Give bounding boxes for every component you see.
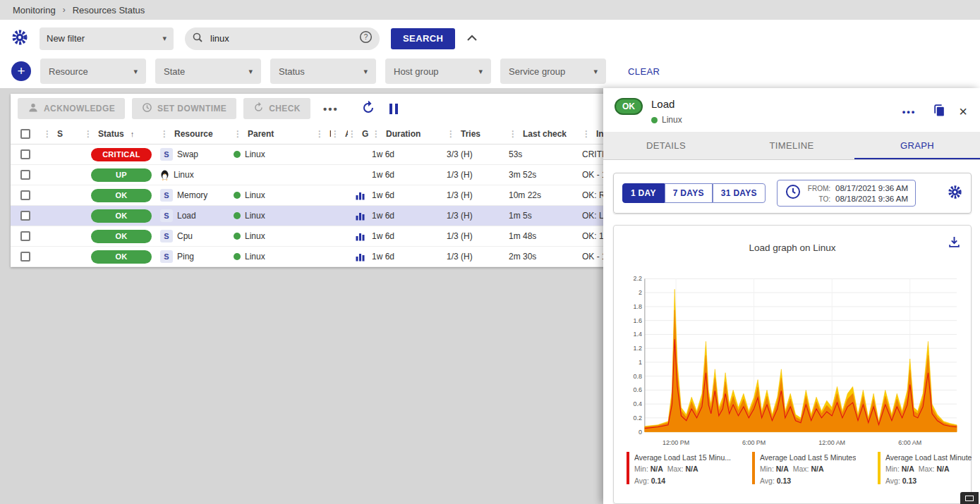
drag-handle-icon[interactable]: ⋮ xyxy=(331,129,339,139)
filter-service-group-dropdown[interactable]: Service group▾ xyxy=(500,59,606,84)
resource-name: Load xyxy=(177,211,196,221)
parent-status-dot xyxy=(234,212,241,219)
pause-refresh-button[interactable] xyxy=(389,104,398,114)
status-chip: OK xyxy=(91,209,152,223)
dropdown-label: Resource xyxy=(49,66,88,77)
drag-handle-icon[interactable]: ⋮ xyxy=(234,129,242,139)
filter-settings-button[interactable] xyxy=(11,29,28,48)
set-downtime-button[interactable]: SET DOWNTIME xyxy=(132,98,236,119)
tab-graph[interactable]: GRAPH xyxy=(854,132,980,159)
recheck-icon xyxy=(253,102,264,115)
chevron-up-icon xyxy=(466,33,478,44)
row-checkbox[interactable] xyxy=(20,211,30,221)
more-actions-button[interactable]: ••• xyxy=(317,103,344,115)
row-checkbox[interactable] xyxy=(20,190,30,200)
range-31-days-button[interactable]: 31 DAYS xyxy=(713,183,766,203)
column-header-status[interactable]: ⋮Status↑ xyxy=(84,129,160,139)
drag-handle-icon[interactable]: ⋮ xyxy=(43,129,52,139)
duration-cell: 1w 6d xyxy=(372,231,447,241)
filter-host-group-dropdown[interactable]: Host group▾ xyxy=(385,59,491,84)
filter-state-dropdown[interactable]: State▾ xyxy=(155,59,261,84)
graph-cell[interactable] xyxy=(348,252,372,262)
svg-text:0.4: 0.4 xyxy=(633,400,641,407)
pip-corner-icon[interactable] xyxy=(960,492,979,504)
time-range-card: 1 DAY7 DAYS31 DAYS FROM: 08/17/2021 9:36… xyxy=(613,173,972,214)
column-header-severity[interactable]: ⋮S xyxy=(43,129,84,139)
row-checkbox[interactable] xyxy=(20,149,30,159)
graph-icon xyxy=(356,252,365,262)
drag-handle-icon[interactable]: ⋮ xyxy=(372,129,380,139)
drag-handle-icon[interactable]: ⋮ xyxy=(447,129,455,139)
drag-handle-icon[interactable]: ⋮ xyxy=(315,129,324,139)
svg-text:1.8: 1.8 xyxy=(633,303,641,310)
column-header-duration[interactable]: ⋮Duration xyxy=(372,129,447,139)
column-header-acknowledged[interactable]: ⋮A xyxy=(331,129,348,139)
drag-handle-icon[interactable]: ⋮ xyxy=(582,129,591,139)
add-criteria-button[interactable]: + xyxy=(11,61,31,81)
clear-filters-button[interactable]: CLEAR xyxy=(624,66,664,78)
column-header-resource[interactable]: ⋮Resource xyxy=(160,129,234,139)
row-checkbox[interactable] xyxy=(20,170,30,180)
column-header-tries[interactable]: ⋮Tries xyxy=(447,129,509,139)
range-7-days-button[interactable]: 7 DAYS xyxy=(665,183,713,203)
drag-handle-icon[interactable]: ⋮ xyxy=(509,129,517,139)
copy-link-button[interactable] xyxy=(933,104,946,119)
svg-text:0: 0 xyxy=(639,429,642,436)
check-button[interactable]: CHECK xyxy=(243,98,310,119)
range-1-day-button[interactable]: 1 DAY xyxy=(622,183,665,203)
tab-timeline[interactable]: TIMELINE xyxy=(729,132,854,159)
resource-name: Swap xyxy=(177,149,198,159)
filter-resource-dropdown[interactable]: Resource▾ xyxy=(40,59,146,84)
from-label: FROM: xyxy=(808,185,830,192)
breadcrumb-item-resources-status[interactable]: Resources Status xyxy=(73,5,145,16)
last-check-cell: 3m 52s xyxy=(509,170,582,180)
close-icon: × xyxy=(959,104,967,119)
select-all-checkbox[interactable] xyxy=(20,129,30,139)
search-help-icon[interactable]: ? xyxy=(359,30,373,47)
parent-status-dot xyxy=(234,253,241,260)
date-range-box[interactable]: FROM: 08/17/2021 9:36 AM TO: 08/18/2021 … xyxy=(777,180,916,207)
legend-item[interactable]: Average Load Last Minute Min: N/A Max: N… xyxy=(878,452,980,486)
tab-details[interactable]: DETAILS xyxy=(603,132,729,159)
filter-preset-dropdown[interactable]: New filter ▾ xyxy=(40,27,174,50)
graph-cell[interactable] xyxy=(348,211,372,221)
export-graph-button[interactable] xyxy=(948,235,961,251)
legend-item[interactable]: Average Load Last 5 Minutes Min: N/A Max… xyxy=(752,452,871,486)
panel-more-button[interactable]: ••• xyxy=(898,106,921,118)
row-checkbox[interactable] xyxy=(20,252,30,262)
row-checkbox[interactable] xyxy=(20,231,30,241)
parent-cell: Linux xyxy=(234,231,315,241)
duration-cell: 1w 6d xyxy=(372,170,447,180)
column-header-parent[interactable]: ⋮Parent xyxy=(234,129,315,139)
sort-ascending-icon[interactable]: ↑ xyxy=(131,130,135,138)
graph-cell[interactable] xyxy=(348,232,372,241)
search-button[interactable]: SEARCH xyxy=(391,28,455,49)
resource-cell: Linux xyxy=(160,170,234,180)
column-header-last_check[interactable]: ⋮Last check xyxy=(509,129,582,139)
svg-text:0.2: 0.2 xyxy=(633,414,641,422)
collapse-filters-button[interactable] xyxy=(466,33,478,44)
refresh-button[interactable] xyxy=(361,101,375,117)
breadcrumb-item-monitoring[interactable]: Monitoring xyxy=(13,5,56,16)
tries-cell: 1/3 (H) xyxy=(447,231,509,241)
graph-settings-button[interactable] xyxy=(948,185,962,202)
drag-handle-icon[interactable]: ⋮ xyxy=(348,129,356,139)
filter-status-dropdown[interactable]: Status▾ xyxy=(270,59,376,84)
chart-area[interactable]: 00.20.40.60.811.21.41.61.822.212:00 PM6:… xyxy=(621,271,964,449)
drag-handle-icon[interactable]: ⋮ xyxy=(84,129,92,139)
column-header-graph[interactable]: ⋮G xyxy=(348,129,372,139)
search-input[interactable] xyxy=(209,32,353,44)
dropdown-label: Status xyxy=(279,66,305,77)
drag-handle-icon[interactable]: ⋮ xyxy=(160,129,169,139)
close-panel-button[interactable]: × xyxy=(959,106,967,117)
duration-cell: 1w 6d xyxy=(372,149,447,159)
legend-item[interactable]: Average Load Last 15 Minu... Min: N/A Ma… xyxy=(627,452,745,486)
acknowledge-button[interactable]: ACKNOWLEDGE xyxy=(18,98,125,119)
last-check-cell: 1m 5s xyxy=(509,211,582,221)
graph-cell[interactable] xyxy=(348,191,372,200)
status-chip: OK xyxy=(91,230,152,243)
parent-name: Linux xyxy=(245,231,265,241)
legend-avg: Avg: 0.13 xyxy=(885,475,972,486)
svg-text:0.6: 0.6 xyxy=(633,386,641,393)
column-header-notes[interactable]: ⋮N xyxy=(315,129,331,139)
